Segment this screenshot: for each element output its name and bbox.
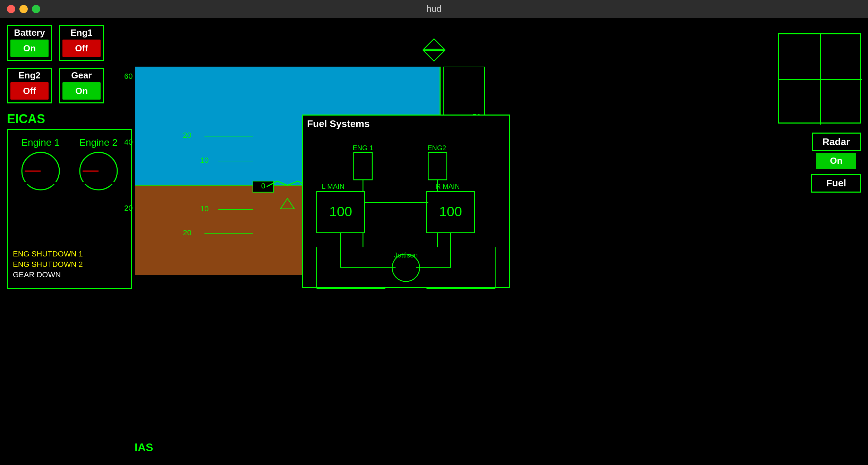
radar-label: Radar [812, 133, 861, 151]
ias-label: IAS [135, 441, 153, 454]
battery-label: Battery [14, 27, 45, 38]
radar-fuel-panel: Radar On Fuel [811, 133, 861, 193]
eng2-label: Eng2 [18, 70, 41, 81]
svg-text:ENG2: ENG2 [427, 144, 446, 152]
svg-text:Jettison: Jettison [394, 251, 418, 259]
close-button[interactable] [7, 5, 15, 13]
engine1-block: Engine 1 [20, 137, 61, 192]
fuel-panel-title: Fuel Systems [303, 116, 509, 132]
gear-group: Gear On [59, 68, 104, 103]
svg-text:ENG 1: ENG 1 [353, 144, 373, 152]
engine2-block: Engine 2 [78, 137, 119, 192]
titlebar: hud [0, 0, 868, 18]
control-panel: Battery On Eng1 Off Eng2 Off Gear On [7, 25, 104, 103]
gear-button[interactable]: On [62, 82, 101, 100]
svg-text:20: 20 [183, 228, 191, 237]
scale-20: 20 [124, 204, 133, 213]
alert-eng-shutdown-1: ENG SHUTDOWN 1 [13, 250, 83, 259]
engine2-name: Engine 2 [79, 137, 118, 148]
maximize-button[interactable] [32, 5, 40, 13]
fuel-svg: ENG 1 ENG2 L MAIN 100 R MAIN 100 [303, 132, 509, 304]
gear-label: Gear [71, 70, 92, 81]
svg-text:20: 20 [183, 131, 191, 140]
radar-button[interactable]: On [816, 153, 856, 169]
svg-text:R MAIN: R MAIN [436, 183, 460, 190]
alert-eng-shutdown-2: ENG SHUTDOWN 2 [13, 260, 83, 269]
svg-rect-31 [354, 152, 372, 180]
svg-text:10: 10 [200, 204, 209, 213]
eicas-title: EICAS [7, 112, 132, 126]
eng2-group: Eng2 Off [7, 68, 52, 103]
fuel-panel: Fuel Systems ENG 1 ENG2 L MAIN 100 R MAI… [302, 115, 510, 288]
eicas-alerts: ENG SHUTDOWN 1 ENG SHUTDOWN 2 GEAR DOWN [13, 250, 83, 281]
scale-60: 60 [124, 72, 133, 81]
minimize-button[interactable] [19, 5, 28, 13]
svg-rect-33 [428, 152, 446, 180]
right-nav-box [778, 33, 861, 124]
svg-text:0: 0 [261, 181, 265, 190]
alert-gear-down: GEAR DOWN [13, 270, 83, 279]
eng1-button[interactable]: Off [62, 40, 101, 57]
battery-button[interactable]: On [10, 40, 49, 57]
svg-text:100: 100 [439, 204, 462, 219]
svg-text:10: 10 [200, 156, 209, 164]
engine1-name: Engine 1 [21, 137, 60, 148]
eicas-engines: Engine 1 Engine 2 [11, 134, 127, 192]
radar-group: Radar On [811, 133, 861, 169]
engine1-dial [20, 150, 61, 192]
svg-text:L MAIN: L MAIN [322, 183, 344, 190]
titlebar-buttons [7, 5, 40, 13]
battery-group: Battery On [7, 25, 52, 61]
eicas-section: EICAS Engine 1 [7, 112, 132, 289]
svg-marker-6 [424, 39, 444, 49]
svg-text:100: 100 [329, 204, 352, 219]
adi-left-scale: 60 40 20 [122, 67, 135, 275]
heading-indicator [420, 36, 448, 65]
eng1-group: Eng1 Off [59, 25, 104, 61]
svg-marker-27 [281, 198, 295, 209]
engine2-dial [78, 150, 119, 192]
hud-main: Battery On Eng1 Off Eng2 Off Gear On EIC… [0, 18, 868, 465]
svg-marker-7 [424, 51, 444, 61]
right-nav-svg [779, 34, 862, 125]
eng1-label: Eng1 [70, 27, 93, 38]
scale-40: 40 [124, 138, 133, 147]
eng2-button[interactable]: Off [10, 82, 49, 100]
eicas-panel: Engine 1 Engine 2 [7, 129, 132, 289]
window-title: hud [426, 3, 441, 14]
fuel-button[interactable]: Fuel [811, 174, 861, 193]
